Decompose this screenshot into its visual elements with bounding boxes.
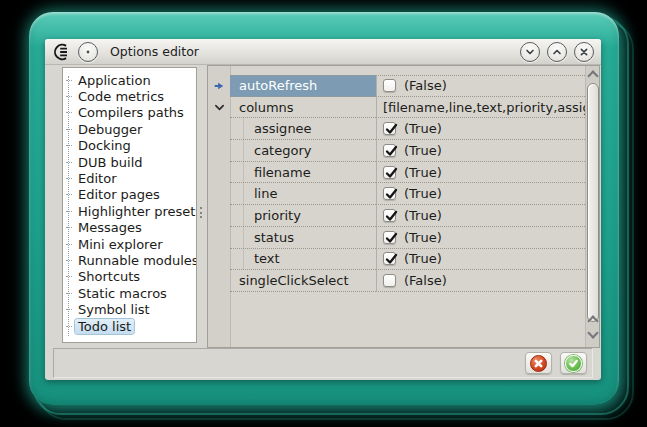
categories-sidebar[interactable]: Application Code metrics Compilers paths… (62, 67, 197, 343)
checkbox[interactable] (383, 144, 396, 157)
expand-chevron-down-icon[interactable] (214, 102, 225, 113)
accept-green-check-icon (565, 355, 582, 372)
sidebar-item-editor[interactable]: Editor (63, 170, 196, 186)
tree-branch-line (66, 194, 72, 195)
property-value: (True) (404, 230, 442, 245)
property-row-priority[interactable]: priority (True) (208, 205, 585, 227)
property-row-category[interactable]: category (True) (208, 140, 585, 162)
checkbox[interactable] (383, 274, 396, 287)
property-name-cell[interactable]: priority (230, 205, 376, 227)
sidebar-item-messages[interactable]: Messages (63, 220, 196, 236)
tree-branch-line (66, 96, 72, 97)
property-name-cell[interactable]: autoRefresh (230, 75, 376, 97)
sidebar-item-label: Editor pages (75, 187, 163, 202)
property-row-status[interactable]: status (True) (208, 227, 585, 249)
property-row-columns[interactable]: columns [filename,line,text,priority,ass… (208, 97, 585, 119)
property-name-cell[interactable]: assignee (230, 118, 376, 140)
sidebar-item-runnable-modules[interactable]: Runnable modules (63, 252, 196, 268)
property-value-cell[interactable]: (False) (376, 75, 585, 97)
sidebar-item-docking[interactable]: Docking (63, 138, 196, 154)
titlebar[interactable]: Options editor (45, 39, 601, 65)
splitter-grip[interactable] (200, 207, 202, 218)
sidebar-item-compilers-paths[interactable]: Compilers paths (63, 105, 196, 121)
tree-branch-line (66, 244, 72, 245)
tree-branch-line (66, 309, 72, 310)
sidebar-item-debugger[interactable]: Debugger (63, 121, 196, 137)
scroll-up-icon[interactable] (587, 70, 598, 81)
minimize-button[interactable] (520, 42, 540, 62)
property-name-cell[interactable]: text (230, 249, 376, 271)
sidebar-item-highlighter-presets[interactable]: Highlighter presets (63, 203, 196, 219)
tree-branch-line (66, 129, 72, 130)
desktop: { "window": { "title": "Options editor",… (0, 0, 647, 427)
property-name: singleClickSelect (239, 273, 349, 288)
property-name-cell[interactable]: category (230, 140, 376, 162)
accept-button[interactable] (560, 352, 587, 374)
property-name-cell[interactable]: line (230, 183, 376, 205)
sidebar-item-label: Static macros (75, 286, 170, 301)
close-button[interactable] (574, 42, 594, 62)
property-value-cell[interactable]: (True) (376, 140, 585, 162)
property-grid[interactable]: autoRefresh (False) columns (207, 65, 600, 348)
checkbox[interactable] (383, 231, 396, 244)
property-value: (True) (404, 208, 442, 223)
checkbox[interactable] (383, 166, 396, 179)
property-name: priority (254, 208, 301, 223)
scroll-down-icon[interactable] (587, 327, 598, 338)
property-value: (True) (404, 143, 442, 158)
sidebar-item-dub-build[interactable]: DUB build (63, 154, 196, 170)
checkmark-icon (384, 209, 398, 223)
checkbox[interactable] (383, 252, 396, 265)
property-name: filename (254, 165, 311, 180)
property-value-cell[interactable]: (True) (376, 227, 585, 249)
property-value-cell[interactable]: (True) (376, 205, 585, 227)
property-row-singleClickSelect[interactable]: singleClickSelect (False) (208, 270, 585, 292)
tree-branch-line (66, 326, 72, 327)
row-gutter-cell (208, 162, 230, 184)
property-name-cell[interactable]: status (230, 227, 376, 249)
property-value-cell[interactable]: (True) (376, 183, 585, 205)
property-row-assignee[interactable]: assignee (True) (208, 118, 585, 140)
tree-branch-line (66, 276, 72, 277)
sidebar-item-label: Highlighter presets (75, 204, 197, 219)
property-row-filename[interactable]: filename (True) (208, 162, 585, 184)
checkbox[interactable] (383, 209, 396, 222)
sidebar-item-todo-list[interactable]: Todo list (63, 318, 196, 334)
property-value-cell[interactable]: (False) (376, 270, 585, 292)
property-value-cell[interactable]: [filename,line,text,priority,assigne (376, 97, 585, 119)
sidebar-item-editor-pages[interactable]: Editor pages (63, 187, 196, 203)
tree-branch-line (66, 260, 72, 261)
sidebar-item-code-metrics[interactable]: Code metrics (63, 88, 196, 104)
close-x-icon (578, 46, 590, 58)
property-name: text (254, 251, 280, 266)
sidebar-item-mini-explorer[interactable]: Mini explorer (63, 236, 196, 252)
property-row-autoRefresh[interactable]: autoRefresh (False) (208, 75, 585, 97)
sidebar-item-static-macros[interactable]: Static macros (63, 285, 196, 301)
checkbox[interactable] (383, 122, 396, 135)
property-row-line[interactable]: line (True) (208, 183, 585, 205)
tree-branch-line (66, 178, 72, 179)
chevron-up-icon (551, 46, 563, 58)
cancel-button[interactable] (525, 352, 552, 374)
maximize-button[interactable] (547, 42, 567, 62)
property-value: (False) (404, 78, 447, 93)
checkbox[interactable] (383, 79, 396, 92)
current-row-arrow-icon (213, 80, 225, 92)
property-value-cell[interactable]: (True) (376, 249, 585, 271)
property-name-cell[interactable]: columns (230, 97, 376, 119)
property-value-cell[interactable]: (True) (376, 118, 585, 140)
property-name-cell[interactable]: singleClickSelect (230, 270, 376, 292)
property-value: (True) (404, 121, 442, 136)
property-row-text[interactable]: text (True) (208, 249, 585, 271)
checkbox[interactable] (383, 187, 396, 200)
sidebar-item-shortcuts[interactable]: Shortcuts (63, 269, 196, 285)
vertical-scrollbar[interactable] (585, 66, 599, 347)
row-gutter-cell (208, 227, 230, 249)
sidebar-item-application[interactable]: Application (63, 72, 196, 88)
property-name-cell[interactable]: filename (230, 162, 376, 184)
options-editor-dialog: Options editor Application (45, 39, 601, 380)
sidebar-item-symbol-list[interactable]: Symbol list (63, 301, 196, 317)
scrollbar-thumb[interactable] (587, 83, 599, 322)
property-value-cell[interactable]: (True) (376, 162, 585, 184)
window-menu-button[interactable] (78, 42, 98, 62)
